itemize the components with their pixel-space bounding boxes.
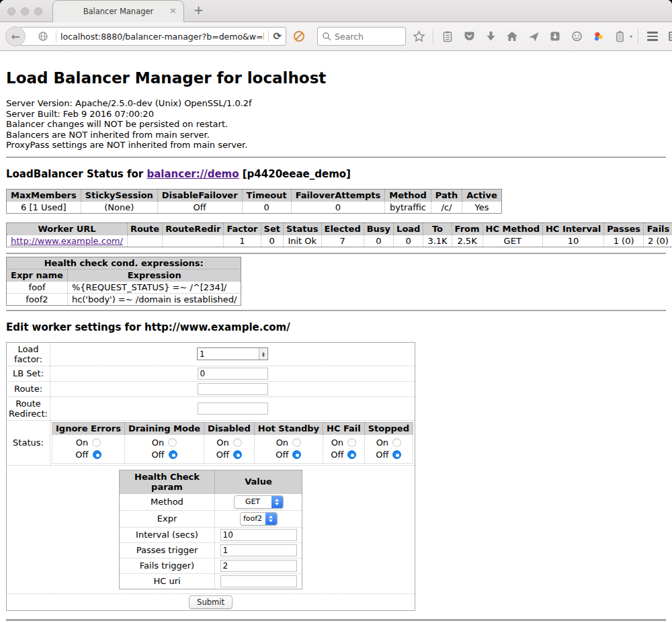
device-download-icon[interactable] <box>546 28 564 45</box>
worker-url-link[interactable]: http://www.example.com/ <box>11 236 123 246</box>
tab-balancer-manager[interactable]: Balancer Manager × <box>52 0 184 22</box>
hc-uri-input[interactable] <box>220 575 297 587</box>
divider <box>6 157 666 158</box>
grid-icon[interactable] <box>665 28 672 45</box>
send-icon[interactable] <box>525 28 542 45</box>
balancer-status-heading: LoadBalancer Status for balancer://demo … <box>6 168 666 180</box>
hc-fail-off-radio[interactable] <box>347 450 356 459</box>
field-label: Fails trigger) <box>120 558 215 573</box>
column-header: Active <box>462 189 502 201</box>
field-label: Route: <box>7 381 50 397</box>
radio-label: Off <box>151 450 164 460</box>
star-icon[interactable] <box>410 28 427 45</box>
field-label: Interval (secs) <box>120 527 215 542</box>
hc-fail-on-radio[interactable] <box>347 438 356 447</box>
server-version-line: Server Version: Apache/2.5.0-dev (Unix) … <box>6 98 666 109</box>
urlbar-divider <box>56 30 56 42</box>
column-header: Value <box>215 470 302 493</box>
radio-label: Off <box>276 450 288 460</box>
cell-expression: %{REQUEST_STATUS} =~ /^[234]/ <box>67 281 241 293</box>
hot-standby-on-radio[interactable] <box>292 438 301 447</box>
radio-label: On <box>152 438 164 448</box>
hc-method-select[interactable]: GET <box>234 495 284 509</box>
cell-path: /c/ <box>431 201 462 213</box>
divider <box>6 253 666 254</box>
load-factor-input[interactable] <box>198 348 259 360</box>
close-window-button[interactable] <box>7 7 15 15</box>
browser-window: Balancer Manager × + ← localhost:8880/ba… <box>0 0 672 623</box>
draining-mode-on-radio[interactable] <box>168 438 177 447</box>
hc-fails-input[interactable] <box>220 560 297 572</box>
minimize-window-button[interactable] <box>21 7 29 15</box>
field-label: Route Redirect: <box>7 397 50 420</box>
form-row-lb-set: LB Set: <box>7 366 415 381</box>
ignore-errors-on-radio[interactable] <box>92 438 101 447</box>
hc-params-table: Health Check param Value Method GET <box>119 470 302 589</box>
cell-method: bytraffic <box>385 201 431 213</box>
submit-button[interactable]: Submit <box>189 595 233 609</box>
route-redirect-input[interactable] <box>198 403 268 415</box>
column-header: Method <box>385 189 431 201</box>
column-header: Load <box>394 222 423 235</box>
route-input[interactable] <box>198 383 268 395</box>
stopped-on-radio[interactable] <box>392 438 401 447</box>
disabled-off-radio[interactable] <box>233 450 242 459</box>
hc-expr-select[interactable]: foof2 <box>240 512 278 526</box>
column-header: To <box>423 222 452 235</box>
tab-title: Balancer Manager <box>83 7 154 16</box>
status-column-header: Disabled <box>204 422 255 434</box>
menu-icon[interactable] <box>644 28 661 45</box>
selected-value: GET <box>235 496 271 508</box>
colored-dots-icon[interactable] <box>589 28 607 45</box>
search-bar[interactable] <box>317 27 406 46</box>
hot-standby-off-radio[interactable] <box>292 450 301 459</box>
field-label: HC uri <box>120 573 215 589</box>
lb-set-input[interactable] <box>198 368 268 380</box>
select-stepper-icon <box>271 496 283 508</box>
form-row-route-redirect: Route Redirect: <box>7 397 415 420</box>
cell-timeout: 0 <box>242 201 291 213</box>
hc-fails-row: Fails trigger) <box>120 558 302 573</box>
form-row-hc-params: Health Check param Value Method GET <box>7 465 415 593</box>
number-spinner[interactable]: ▲▼ <box>259 348 267 360</box>
download-icon[interactable] <box>482 28 499 45</box>
back-button[interactable]: ← <box>5 26 26 46</box>
load-factor-field[interactable]: ▲▼ <box>197 347 268 360</box>
table-header-row: MaxMembers StickySession DisableFailover… <box>7 189 502 201</box>
toolbar-separator <box>433 29 433 44</box>
chevron-down-icon[interactable]: ▾ <box>630 34 632 40</box>
page-content: Load Balancer Manager for localhost Serv… <box>0 51 672 622</box>
tab-close-icon[interactable]: × <box>169 6 177 15</box>
disabled-on-radio[interactable] <box>233 438 242 447</box>
clipboard-icon[interactable] <box>439 28 456 45</box>
home-icon[interactable] <box>503 28 521 45</box>
new-tab-button[interactable]: + <box>194 3 204 17</box>
chat-icon[interactable] <box>568 28 585 45</box>
ignore-errors-off-radio[interactable] <box>93 450 101 459</box>
cell-set: 0 <box>261 235 283 247</box>
cell-elected: 7 <box>321 235 364 247</box>
field-label: Method <box>120 493 215 510</box>
cell-hc-interval: 10 <box>542 235 603 247</box>
field-label: Passes trigger <box>120 542 215 558</box>
worker-table: Worker URL Route RouteRedir Factor Set S… <box>6 222 672 247</box>
status-radio-table: Ignore Errors Draining Mode Disabled Hot… <box>52 422 413 464</box>
blocked-icon[interactable] <box>290 28 308 45</box>
url-text[interactable]: localhost:8880/balancer-manager?b=demo&w… <box>60 32 264 42</box>
column-header: Set <box>261 222 283 235</box>
search-input[interactable] <box>335 32 395 42</box>
column-header: Path <box>431 189 462 201</box>
draining-mode-off-radio[interactable] <box>169 450 177 459</box>
balancer-demo-link[interactable]: balancer://demo <box>146 168 239 180</box>
hc-interval-input[interactable] <box>220 529 297 541</box>
zoom-window-button[interactable] <box>34 7 42 15</box>
pocket-icon[interactable] <box>460 28 478 45</box>
hc-passes-input[interactable] <box>220 544 297 556</box>
url-bar[interactable]: localhost:8880/balancer-manager?b=demo&w… <box>19 27 286 46</box>
reload-icon[interactable]: ⟳ <box>273 30 282 42</box>
stopped-off-radio[interactable] <box>392 450 401 459</box>
container-icon[interactable] <box>611 28 628 45</box>
heading-suffix: [p4420eeae_demo] <box>239 168 351 180</box>
toolbar-separator <box>638 29 638 44</box>
column-header: RouteRedir <box>163 222 224 235</box>
